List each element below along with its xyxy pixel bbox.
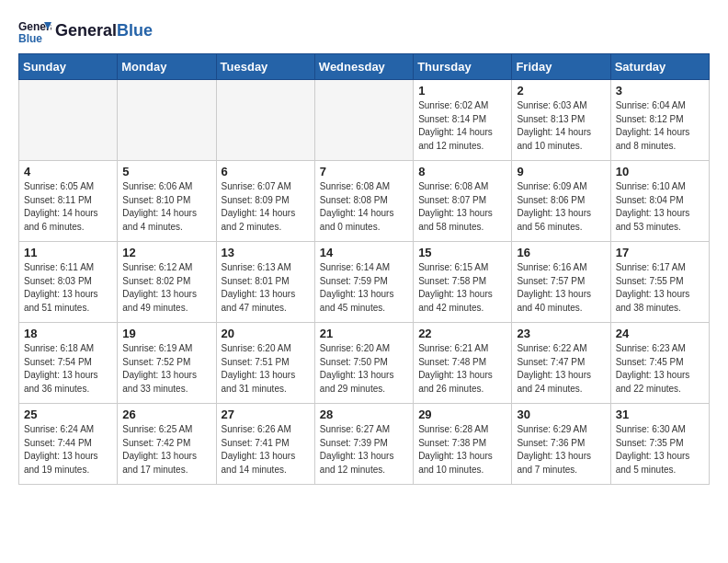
- calendar-cell: [19, 80, 118, 161]
- calendar-cell: 26Sunrise: 6:25 AM Sunset: 7:42 PM Dayli…: [118, 404, 216, 485]
- calendar-cell: 14Sunrise: 6:14 AM Sunset: 7:59 PM Dayli…: [314, 242, 413, 323]
- day-info: Sunrise: 6:27 AM Sunset: 7:39 PM Dayligh…: [320, 423, 408, 477]
- day-info: Sunrise: 6:16 AM Sunset: 7:57 PM Dayligh…: [517, 261, 605, 315]
- calendar-cell: 5Sunrise: 6:06 AM Sunset: 8:10 PM Daylig…: [118, 161, 216, 242]
- day-number: 3: [616, 84, 704, 98]
- svg-text:Blue: Blue: [18, 32, 42, 44]
- calendar-cell: 15Sunrise: 6:15 AM Sunset: 7:58 PM Dayli…: [414, 242, 512, 323]
- calendar-cell: [314, 80, 413, 161]
- day-info: Sunrise: 6:29 AM Sunset: 7:36 PM Dayligh…: [517, 423, 605, 477]
- calendar-cell: 10Sunrise: 6:10 AM Sunset: 8:04 PM Dayli…: [610, 161, 709, 242]
- day-number: 7: [320, 165, 408, 178]
- calendar-cell: 19Sunrise: 6:19 AM Sunset: 7:52 PM Dayli…: [118, 323, 216, 404]
- day-number: 9: [517, 165, 605, 178]
- day-info: Sunrise: 6:19 AM Sunset: 7:52 PM Dayligh…: [122, 342, 210, 396]
- calendar-cell: 31Sunrise: 6:30 AM Sunset: 7:35 PM Dayli…: [610, 404, 709, 485]
- calendar-cell: 18Sunrise: 6:18 AM Sunset: 7:54 PM Dayli…: [19, 323, 118, 404]
- calendar-cell: 22Sunrise: 6:21 AM Sunset: 7:48 PM Dayli…: [414, 323, 512, 404]
- day-number: 14: [320, 246, 408, 259]
- day-number: 5: [122, 165, 210, 178]
- day-number: 27: [222, 408, 310, 421]
- day-number: 18: [24, 327, 112, 340]
- day-number: 21: [320, 327, 408, 340]
- day-number: 29: [418, 408, 506, 421]
- calendar-cell: 27Sunrise: 6:26 AM Sunset: 7:41 PM Dayli…: [216, 404, 314, 485]
- weekday-header-tuesday: Tuesday: [216, 54, 314, 80]
- day-number: 17: [616, 246, 704, 259]
- calendar-cell: 23Sunrise: 6:22 AM Sunset: 7:47 PM Dayli…: [512, 323, 610, 404]
- calendar-cell: 25Sunrise: 6:24 AM Sunset: 7:44 PM Dayli…: [19, 404, 118, 485]
- page-header: General Blue GeneralBlue: [18, 18, 710, 44]
- day-number: 12: [122, 246, 210, 259]
- calendar-cell: 30Sunrise: 6:29 AM Sunset: 7:36 PM Dayli…: [512, 404, 610, 485]
- calendar-cell: 4Sunrise: 6:05 AM Sunset: 8:11 PM Daylig…: [19, 161, 118, 242]
- day-number: 28: [320, 408, 408, 421]
- day-info: Sunrise: 6:03 AM Sunset: 8:13 PM Dayligh…: [517, 99, 605, 153]
- day-info: Sunrise: 6:23 AM Sunset: 7:45 PM Dayligh…: [616, 342, 704, 396]
- calendar-cell: 8Sunrise: 6:08 AM Sunset: 8:07 PM Daylig…: [414, 161, 512, 242]
- calendar-week-row: 1Sunrise: 6:02 AM Sunset: 8:14 PM Daylig…: [19, 80, 710, 161]
- day-info: Sunrise: 6:17 AM Sunset: 7:55 PM Dayligh…: [616, 261, 704, 315]
- day-info: Sunrise: 6:11 AM Sunset: 8:03 PM Dayligh…: [24, 261, 112, 315]
- calendar-cell: 12Sunrise: 6:12 AM Sunset: 8:02 PM Dayli…: [118, 242, 216, 323]
- day-number: 8: [418, 165, 506, 178]
- day-number: 24: [616, 327, 704, 340]
- calendar-cell: 17Sunrise: 6:17 AM Sunset: 7:55 PM Dayli…: [610, 242, 709, 323]
- day-number: 15: [418, 246, 506, 259]
- calendar-week-row: 11Sunrise: 6:11 AM Sunset: 8:03 PM Dayli…: [19, 242, 710, 323]
- day-info: Sunrise: 6:09 AM Sunset: 8:06 PM Dayligh…: [517, 180, 605, 234]
- calendar-cell: 2Sunrise: 6:03 AM Sunset: 8:13 PM Daylig…: [512, 80, 610, 161]
- day-number: 30: [517, 408, 605, 421]
- day-number: 22: [418, 327, 506, 340]
- weekday-header-friday: Friday: [512, 54, 610, 80]
- weekday-header-wednesday: Wednesday: [314, 54, 413, 80]
- day-number: 2: [517, 84, 605, 98]
- day-info: Sunrise: 6:04 AM Sunset: 8:12 PM Dayligh…: [616, 99, 704, 153]
- day-info: Sunrise: 6:30 AM Sunset: 7:35 PM Dayligh…: [616, 423, 704, 477]
- day-number: 16: [517, 246, 605, 259]
- logo: General Blue GeneralBlue: [18, 18, 153, 44]
- weekday-header-sunday: Sunday: [19, 54, 118, 80]
- calendar-cell: 24Sunrise: 6:23 AM Sunset: 7:45 PM Dayli…: [610, 323, 709, 404]
- calendar-table: SundayMondayTuesdayWednesdayThursdayFrid…: [18, 53, 710, 485]
- day-number: 4: [24, 165, 112, 178]
- calendar-cell: 21Sunrise: 6:20 AM Sunset: 7:50 PM Dayli…: [314, 323, 413, 404]
- weekday-header-saturday: Saturday: [610, 54, 709, 80]
- day-info: Sunrise: 6:14 AM Sunset: 7:59 PM Dayligh…: [320, 261, 408, 315]
- day-info: Sunrise: 6:12 AM Sunset: 8:02 PM Dayligh…: [122, 261, 210, 315]
- day-info: Sunrise: 6:25 AM Sunset: 7:42 PM Dayligh…: [122, 423, 210, 477]
- day-number: 25: [24, 408, 112, 421]
- day-info: Sunrise: 6:07 AM Sunset: 8:09 PM Dayligh…: [222, 180, 310, 234]
- day-number: 23: [517, 327, 605, 340]
- calendar-cell: 11Sunrise: 6:11 AM Sunset: 8:03 PM Dayli…: [19, 242, 118, 323]
- logo-icon: General Blue: [18, 18, 51, 44]
- day-info: Sunrise: 6:05 AM Sunset: 8:11 PM Dayligh…: [24, 180, 112, 234]
- day-number: 11: [24, 246, 112, 259]
- calendar-cell: 28Sunrise: 6:27 AM Sunset: 7:39 PM Dayli…: [314, 404, 413, 485]
- day-info: Sunrise: 6:02 AM Sunset: 8:14 PM Dayligh…: [418, 99, 506, 153]
- day-info: Sunrise: 6:08 AM Sunset: 8:08 PM Dayligh…: [320, 180, 408, 234]
- day-info: Sunrise: 6:10 AM Sunset: 8:04 PM Dayligh…: [616, 180, 704, 234]
- calendar-cell: 9Sunrise: 6:09 AM Sunset: 8:06 PM Daylig…: [512, 161, 610, 242]
- calendar-week-row: 25Sunrise: 6:24 AM Sunset: 7:44 PM Dayli…: [19, 404, 710, 485]
- day-number: 19: [122, 327, 210, 340]
- calendar-cell: [216, 80, 314, 161]
- day-info: Sunrise: 6:21 AM Sunset: 7:48 PM Dayligh…: [418, 342, 506, 396]
- weekday-header-monday: Monday: [118, 54, 216, 80]
- day-info: Sunrise: 6:18 AM Sunset: 7:54 PM Dayligh…: [24, 342, 112, 396]
- calendar-cell: 13Sunrise: 6:13 AM Sunset: 8:01 PM Dayli…: [216, 242, 314, 323]
- calendar-cell: 7Sunrise: 6:08 AM Sunset: 8:08 PM Daylig…: [314, 161, 413, 242]
- calendar-cell: 16Sunrise: 6:16 AM Sunset: 7:57 PM Dayli…: [512, 242, 610, 323]
- day-info: Sunrise: 6:22 AM Sunset: 7:47 PM Dayligh…: [517, 342, 605, 396]
- day-info: Sunrise: 6:28 AM Sunset: 7:38 PM Dayligh…: [418, 423, 506, 477]
- day-number: 1: [418, 84, 506, 98]
- day-number: 10: [616, 165, 704, 178]
- day-info: Sunrise: 6:20 AM Sunset: 7:50 PM Dayligh…: [320, 342, 408, 396]
- weekday-header-row: SundayMondayTuesdayWednesdayThursdayFrid…: [19, 54, 710, 80]
- day-number: 26: [122, 408, 210, 421]
- calendar-cell: 29Sunrise: 6:28 AM Sunset: 7:38 PM Dayli…: [414, 404, 512, 485]
- day-number: 6: [222, 165, 310, 178]
- day-info: Sunrise: 6:24 AM Sunset: 7:44 PM Dayligh…: [24, 423, 112, 477]
- calendar-cell: 3Sunrise: 6:04 AM Sunset: 8:12 PM Daylig…: [610, 80, 709, 161]
- calendar-cell: 1Sunrise: 6:02 AM Sunset: 8:14 PM Daylig…: [414, 80, 512, 161]
